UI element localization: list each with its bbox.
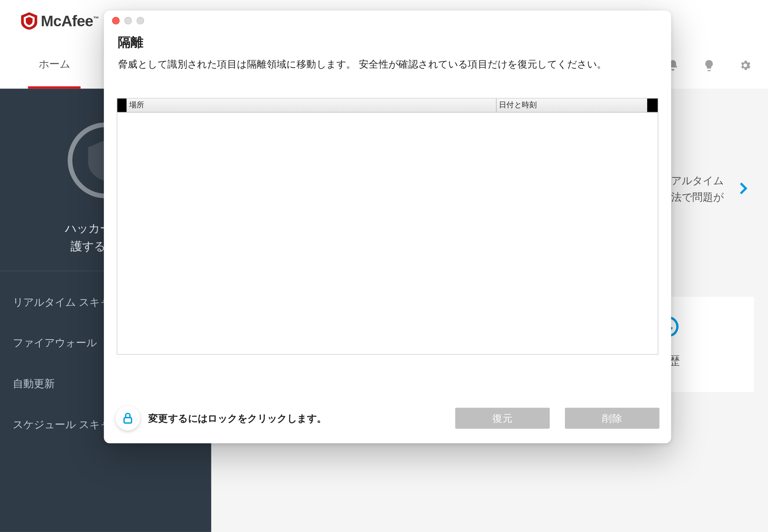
column-label: 場所 <box>129 101 144 109</box>
dialog-titlebar <box>104 11 671 30</box>
dialog-footer: 変更するにはロックをクリックします。 復元 削除 <box>104 393 671 443</box>
bulb-icon[interactable] <box>703 59 715 72</box>
window-minimize-icon <box>124 17 132 24</box>
delete-button[interactable]: 削除 <box>565 408 660 429</box>
restore-button[interactable]: 復元 <box>455 408 550 429</box>
table-header-row: 場所 日付と時刻 <box>117 99 658 113</box>
tab-home[interactable]: ホーム <box>28 42 81 89</box>
column-resize-handle[interactable] <box>117 99 126 112</box>
dialog-title: 隔離 <box>118 34 657 51</box>
column-datetime[interactable]: 日付と時刻 <box>497 99 647 112</box>
gear-icon[interactable] <box>739 59 751 72</box>
svg-rect-4 <box>124 418 132 423</box>
brand-name: McAfee™ <box>41 12 99 30</box>
column-resize-handle[interactable] <box>647 99 658 112</box>
button-label: 復元 <box>492 413 512 424</box>
quarantine-dialog: 隔離 脅威として識別された項目は隔離領域に移動します。 安全性が確認されている項… <box>104 11 671 443</box>
quarantine-table: 場所 日付と時刻 <box>117 98 658 355</box>
window-zoom-icon <box>137 17 144 24</box>
column-location[interactable]: 場所 <box>126 99 497 112</box>
window-close-icon[interactable] <box>112 17 120 24</box>
tab-home-label: ホーム <box>39 57 70 71</box>
lock-icon[interactable] <box>116 406 140 430</box>
sidebar-item-label: ファイアウォール <box>13 337 97 349</box>
sidebar-item-label: 自動更新 <box>13 378 55 390</box>
column-label: 日付と時刻 <box>499 101 537 109</box>
lock-hint-text: 変更するにはロックをクリックします。 <box>148 412 447 425</box>
table-body-empty <box>117 113 658 355</box>
chevron-right-icon[interactable] <box>734 179 752 199</box>
button-label: 削除 <box>602 413 622 424</box>
mcafee-shield-icon <box>21 12 38 30</box>
dialog-description: 脅威として識別された項目は隔離領域に移動します。 安全性が確認されている項目だけ… <box>118 57 657 96</box>
